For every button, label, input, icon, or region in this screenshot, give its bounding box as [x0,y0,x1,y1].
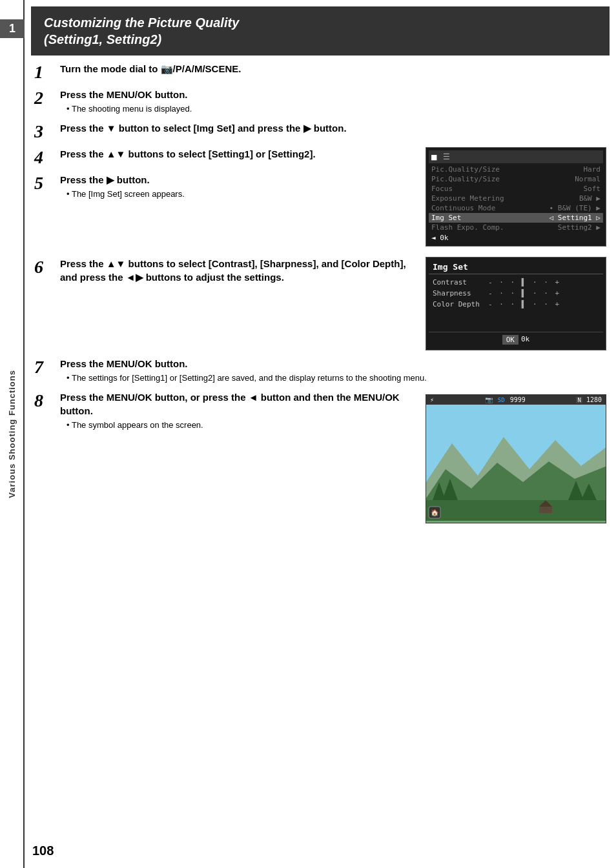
menu-row-5: Continuous Mode • B&W (TE) ▶ [429,203,603,213]
menu-row-4: Exposure Metering B&W ▶ [429,194,603,203]
menu-row-4-label: Exposure Metering [431,194,577,203]
menu-row-1: Pic.Quality/Size Hard [429,165,603,174]
imgset-footer: OK 0k [429,332,603,347]
menu-row-7-label: Flash Expo. Comp. [431,223,555,232]
camera-preview: ⚡ 📷 SD 9999 N 1280 [426,394,606,523]
step-8: 8 Press the MENU/OK button, or press the… [34,390,419,431]
step-5-number: 5 [34,174,60,192]
ok-label: 0k [521,335,529,345]
scene-svg: 🏠 [426,405,606,521]
main-content: Customizing the Picture Quality (Setting… [25,0,616,868]
step-5: 5 Press the ▶ button. The [Img Set] scre… [34,173,419,200]
menu-box: ■ ☰ Pic.Quality/Size Hard Pic.Quality/Si… [426,147,606,247]
step-6-title: Press the ▲▼ buttons to select [Contrast… [60,257,419,284]
menu-footer: ◄ 0k [429,232,603,243]
menu-icon-2: ☰ [443,152,450,161]
step-7-content: Press the MENU/OK button. The settings f… [60,357,606,384]
step-2-content: Press the MENU/OK button. The shooting m… [60,88,606,115]
menu-row-4-value: B&W ▶ [579,194,601,203]
step-8-number: 8 [34,392,60,410]
steps-4-5-section: 4 Press the ▲▼ buttons to select [Settin… [34,147,606,250]
menu-row-1-label: Pic.Quality/Size [431,165,581,174]
step-4-number: 4 [34,148,60,167]
menu-screenshot: ■ ☰ Pic.Quality/Size Hard Pic.Quality/Si… [426,147,606,250]
step-2-number: 2 [34,89,60,107]
step-2-bullet: The shooting menu is displayed. [67,103,606,115]
imgset-box-container: Img Set Contrast - · · ▌ · · + Sharpness… [426,257,606,350]
imgset-row-colordepth: Color Depth - · · ▌ · · + [429,299,603,310]
camera-preview-container: ⚡ 📷 SD 9999 N 1280 [426,390,606,523]
step-6-text: 6 Press the ▲▼ buttons to select [Contra… [34,257,419,290]
menu-row-2-value: Normal [575,175,601,183]
sharpness-label: Sharpness [433,289,484,298]
contrast-label: Contrast [433,278,484,287]
step-3: 3 Press the ▼ button to select [Img Set]… [34,121,606,141]
step-6-content: Press the ▲▼ buttons to select [Contrast… [60,257,419,284]
step-4-content: Press the ▲▼ buttons to select [Setting1… [60,147,419,161]
step-7: 7 Press the MENU/OK button. The settings… [34,357,606,384]
imgset-row-contrast: Contrast - · · ▌ · · + [429,277,603,288]
sidebar-label: Various Shooting Functions [7,370,17,498]
step-7-bullet: The settings for [Setting1] or [Setting2… [67,372,606,384]
menu-row-2: Pic.Quality/Size Normal [429,174,603,184]
imgset-title: Img Set [429,260,603,274]
menu-row-2-label: Pic.Quality/Size [431,175,572,183]
menu-header: ■ ☰ [429,150,603,163]
contrast-bar: - · · ▌ · · + [488,278,599,287]
camera-scene: 🏠 [426,405,606,521]
camera-icon-2: 📷 SD 9999 [485,396,526,403]
content-area: 1 Turn the mode dial to 📷/P/A/M/SCENE. 2… [25,56,616,536]
flash-icon: ⚡ [430,396,434,403]
menu-row-1-value: Hard [584,165,601,174]
step-7-number: 7 [34,358,60,376]
camera-preview-top: ⚡ 📷 SD 9999 N 1280 [426,395,606,405]
step-1-content: Turn the mode dial to 📷/P/A/M/SCENE. [60,62,606,76]
colordepth-bar: - · · ▌ · · + [488,300,599,308]
step-7-title: Press the MENU/OK button. [60,357,606,370]
step-1-number: 1 [34,63,60,81]
menu-row-6: Img Set ◁ Setting1 ▷ [429,213,603,223]
menu-row-7: Flash Expo. Comp. Setting2 ▶ [429,223,603,232]
step-1: 1 Turn the mode dial to 📷/P/A/M/SCENE. [34,62,606,81]
menu-footer-text: ◄ 0k [431,234,449,242]
n-label: N 1280 [576,396,602,403]
imgset-row-sharpness: Sharpness - · · ▌ · · + [429,288,603,299]
camera-icon: ■ [431,152,436,162]
page-number: 108 [32,843,54,858]
svg-rect-8 [539,507,552,513]
step-2-title: Press the MENU/OK button. [60,88,606,101]
menu-row-5-value: • B&W (TE) ▶ [549,204,601,212]
step-2: 2 Press the MENU/OK button. The shooting… [34,88,606,115]
step-8-text: 8 Press the MENU/OK button, or press the… [34,390,419,438]
step-1-title: Turn the mode dial to 📷/P/A/M/SCENE. [60,62,606,76]
svg-rect-3 [426,500,606,521]
step-3-title: Press the ▼ button to select [Img Set] a… [60,121,606,135]
step-3-content: Press the ▼ button to select [Img Set] a… [60,121,606,135]
svg-text:🏠: 🏠 [431,509,439,517]
step-4-title: Press the ▲▼ buttons to select [Setting1… [60,147,419,161]
step-6-number: 6 [34,258,60,276]
step-5-content: Press the ▶ button. The [Img Set] screen… [60,173,419,200]
menu-row-6-value: ◁ Setting1 ▷ [549,214,601,222]
step-8-section: 8 Press the MENU/OK button, or press the… [34,390,606,523]
step-5-title: Press the ▶ button. [60,173,419,187]
step-5-bullet: The [Img Set] screen appears. [67,188,419,200]
sidebar-number: 1 [0,19,25,38]
menu-row-3-label: Focus [431,185,581,193]
step-4: 4 Press the ▲▼ buttons to select [Settin… [34,147,419,167]
menu-row-5-label: Continuous Mode [431,204,547,212]
step-6-section: 6 Press the ▲▼ buttons to select [Contra… [34,257,606,350]
page-title: Customizing the Picture Quality (Setting… [44,14,597,48]
steps-4-5-text: 4 Press the ▲▼ buttons to select [Settin… [34,147,419,207]
step-8-bullet: The symbol appears on the screen. [67,419,419,431]
step-8-title: Press the MENU/OK button, or press the ◄… [60,390,419,418]
page-header: Customizing the Picture Quality (Setting… [31,6,610,56]
colordepth-label: Color Depth [433,300,484,308]
step-3-number: 3 [34,123,60,141]
menu-row-3: Focus Soft [429,184,603,194]
ok-button-label: OK [502,335,518,345]
sharpness-bar: - · · ▌ · · + [488,289,599,298]
menu-row-3-value: Soft [584,185,601,193]
menu-row-6-label: Img Set [431,214,547,222]
imgset-box: Img Set Contrast - · · ▌ · · + Sharpness… [426,257,606,350]
